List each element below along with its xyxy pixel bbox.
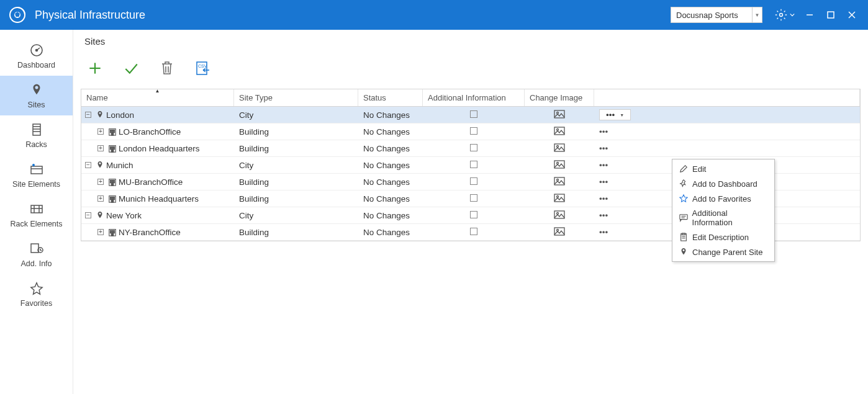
- tenant-input[interactable]: [671, 11, 752, 20]
- svg-point-71: [557, 195, 559, 197]
- svg-rect-60: [554, 177, 564, 185]
- svg-rect-56: [111, 182, 112, 183]
- expand-toggle[interactable]: −: [85, 212, 91, 218]
- sidebar-item-sites[interactable]: Sites: [0, 76, 73, 115]
- pin-icon: [679, 179, 689, 189]
- sidebar-item-add-info[interactable]: Add. Info: [0, 235, 73, 274]
- svg-rect-77: [114, 230, 115, 231]
- row-actions-button[interactable]: •••: [599, 161, 608, 170]
- tenant-selector[interactable]: ▼: [671, 7, 762, 23]
- svg-rect-33: [114, 130, 115, 131]
- row-status: No Changes: [358, 110, 423, 120]
- col-header-name[interactable]: Name ▲: [81, 89, 234, 106]
- row-actions-button[interactable]: •••: [599, 127, 608, 137]
- addl-info-checkbox[interactable]: [470, 177, 477, 185]
- row-actions-button[interactable]: •••: [599, 194, 608, 204]
- ctx-change-parent[interactable]: Change Parent Site: [672, 244, 774, 259]
- star-icon: [679, 194, 689, 204]
- expand-toggle[interactable]: +: [97, 229, 104, 235]
- col-header-type[interactable]: Site Type: [234, 89, 358, 106]
- sort-asc-icon: ▲: [155, 88, 160, 94]
- addl-info-checkbox[interactable]: [470, 144, 477, 151]
- row-name: Munich Headquarters: [119, 194, 199, 204]
- ctx-edit[interactable]: Edit: [672, 161, 774, 176]
- svg-rect-35: [112, 132, 113, 133]
- expand-toggle[interactable]: +: [97, 179, 104, 185]
- row-name: MU-BranchOffice: [119, 177, 183, 187]
- table-row[interactable]: +London HeadquartersBuildingNo Changes••…: [81, 140, 860, 157]
- gear-icon[interactable]: [774, 7, 789, 22]
- sidebar-item-favorites[interactable]: Favorites: [0, 274, 73, 314]
- close-icon[interactable]: [844, 7, 859, 22]
- svg-rect-69: [111, 200, 114, 203]
- ctx-additional-info[interactable]: Additional Information: [672, 206, 774, 230]
- delete-button[interactable]: [158, 59, 176, 78]
- addl-info-checkbox[interactable]: [470, 211, 477, 218]
- svg-rect-44: [111, 148, 112, 150]
- minimize-icon[interactable]: [802, 7, 817, 22]
- addl-info-checkbox[interactable]: [470, 110, 477, 118]
- pin-icon: [29, 82, 45, 98]
- expand-toggle[interactable]: +: [97, 128, 104, 135]
- pin-icon: [95, 110, 105, 120]
- row-actions-button[interactable]: •••: [599, 211, 608, 220]
- svg-rect-9: [33, 124, 40, 135]
- sidebar: Dashboard Sites Racks Site Elements Rack…: [0, 30, 73, 394]
- chevron-down-icon[interactable]: ▼: [752, 7, 762, 22]
- image-icon[interactable]: [554, 145, 565, 154]
- row-status: No Changes: [358, 211, 423, 220]
- ctx-add-dashboard[interactable]: Add to Dashboard: [672, 176, 774, 191]
- addl-info-checkbox[interactable]: [470, 228, 477, 235]
- row-actions-button[interactable]: •••: [599, 144, 608, 153]
- sidebar-item-rack-elements[interactable]: Rack Elements: [0, 195, 73, 235]
- expand-toggle[interactable]: −: [85, 112, 91, 118]
- row-actions-button[interactable]: •••: [599, 177, 608, 187]
- row-type: City: [234, 211, 358, 220]
- building-icon: [107, 227, 117, 237]
- svg-rect-45: [112, 148, 113, 150]
- sidebar-item-dashboard[interactable]: Dashboard: [0, 36, 73, 76]
- image-icon[interactable]: [554, 111, 565, 120]
- image-icon[interactable]: [554, 212, 565, 221]
- addl-info-checkbox[interactable]: [470, 161, 477, 168]
- svg-rect-20: [31, 244, 38, 253]
- svg-rect-46: [114, 148, 115, 150]
- maximize-icon[interactable]: [823, 7, 838, 22]
- svg-rect-70: [554, 194, 564, 202]
- row-actions-button[interactable]: •••: [599, 228, 608, 237]
- svg-rect-53: [111, 180, 112, 181]
- col-header-addl[interactable]: Additional Information: [423, 89, 525, 106]
- addl-info-checkbox[interactable]: [470, 194, 477, 202]
- col-header-cimg[interactable]: Change Image: [525, 89, 594, 106]
- image-icon[interactable]: [554, 195, 565, 204]
- image-icon[interactable]: [554, 228, 565, 238]
- table-row[interactable]: +LO-BranchOfficeBuildingNo Changes•••: [81, 123, 860, 140]
- svg-rect-78: [111, 232, 112, 233]
- ctx-edit-description[interactable]: Edit Description: [672, 230, 774, 244]
- export-csv-button[interactable]: CSV: [194, 59, 212, 78]
- add-button[interactable]: [86, 59, 104, 78]
- confirm-button[interactable]: [122, 59, 140, 78]
- image-icon[interactable]: [554, 161, 565, 171]
- svg-rect-4: [828, 12, 834, 18]
- image-icon[interactable]: [554, 128, 565, 137]
- svg-point-73: [557, 212, 559, 214]
- row-type: Building: [234, 127, 358, 137]
- svg-rect-13: [31, 166, 42, 174]
- sidebar-item-racks[interactable]: Racks: [0, 115, 73, 155]
- expand-toggle[interactable]: +: [97, 145, 104, 151]
- col-header-status[interactable]: Status: [358, 89, 423, 106]
- svg-point-8: [35, 50, 37, 51]
- expand-toggle[interactable]: −: [85, 162, 91, 168]
- ctx-add-favorites[interactable]: Add to Favorites: [672, 191, 774, 206]
- row-actions-button[interactable]: •••▼: [599, 109, 631, 120]
- table-row[interactable]: −LondonCityNo Changes•••▼: [81, 107, 860, 123]
- addl-info-checkbox[interactable]: [470, 127, 477, 135]
- chevron-down-icon[interactable]: [789, 7, 796, 22]
- info-icon: [29, 241, 45, 257]
- expand-toggle[interactable]: +: [97, 195, 104, 202]
- sidebar-item-label: Add. Info: [20, 259, 52, 268]
- image-icon[interactable]: [554, 178, 565, 187]
- svg-rect-67: [112, 199, 113, 200]
- sidebar-item-site-elements[interactable]: Site Elements: [0, 155, 73, 195]
